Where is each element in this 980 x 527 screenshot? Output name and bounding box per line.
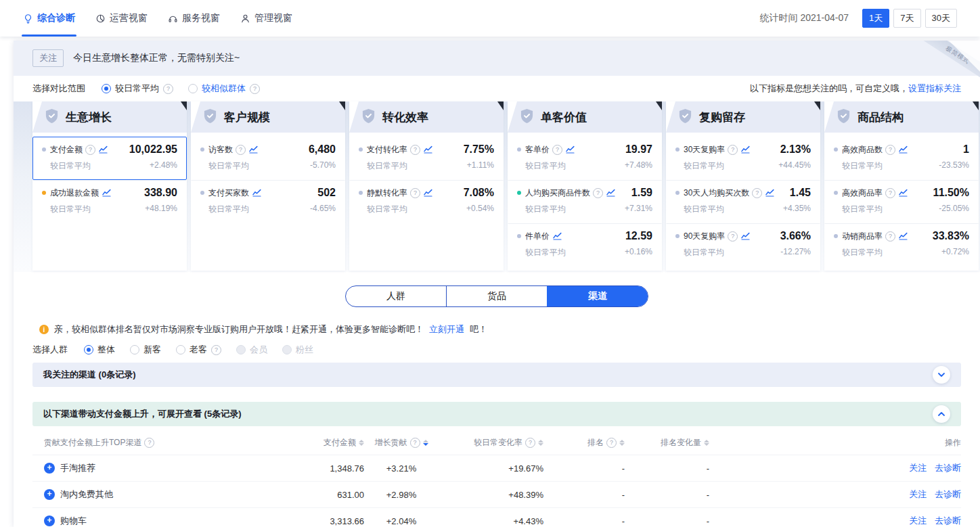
expand-plus-icon[interactable]: + bbox=[44, 515, 55, 526]
column-header-排名变化量[interactable]: 排名变化量 bbox=[625, 437, 709, 449]
help-icon[interactable]: ? bbox=[728, 231, 738, 242]
sort-icon[interactable] bbox=[619, 440, 625, 446]
metric-成功退款金额[interactable]: 成功退款金额 338.90 较日常平均 +48.19% bbox=[32, 180, 187, 223]
radio-icon[interactable] bbox=[84, 345, 93, 354]
action-link-关注[interactable]: 关注 bbox=[909, 462, 927, 474]
compare-option-较相似群体[interactable]: 较相似群体? bbox=[188, 83, 260, 95]
trend-chart-icon[interactable] bbox=[553, 232, 562, 240]
metric-高效商品率[interactable]: 高效商品率 ? 11.50% 较日常平均 -25.05% bbox=[824, 180, 979, 223]
expand-plus-icon[interactable]: + bbox=[44, 463, 55, 474]
metric-静默转化率[interactable]: 静默转化率 ? 7.08% 较日常平均 +0.54% bbox=[349, 180, 504, 223]
radio-icon[interactable] bbox=[188, 84, 198, 93]
tab-management-view[interactable]: 管理视窗 bbox=[240, 0, 292, 37]
trend-chart-icon[interactable] bbox=[102, 189, 111, 197]
tab-comprehensive-diagnosis[interactable]: 综合诊断 bbox=[23, 0, 75, 37]
trend-chart-icon[interactable] bbox=[741, 145, 750, 154]
action-link-关注[interactable]: 关注 bbox=[909, 488, 927, 501]
trend-chart-icon[interactable] bbox=[899, 145, 908, 154]
rising-channels-panel[interactable]: 以下渠道带动支付金额上升，可展开查看 (5条记录) bbox=[32, 402, 961, 426]
help-icon[interactable]: ? bbox=[885, 231, 895, 242]
help-icon[interactable]: ? bbox=[410, 438, 420, 448]
metric-件单价[interactable]: 件单价 12.59 较日常平均 +0.16% bbox=[508, 223, 662, 267]
metric-value: 2.13% bbox=[780, 143, 811, 156]
metric-动销商品率[interactable]: 动销商品率 ? 33.83% 较日常平均 +0.72% bbox=[824, 223, 979, 267]
action-link-去诊断[interactable]: 去诊断 bbox=[935, 488, 961, 501]
range-button-7天[interactable]: 7天 bbox=[893, 9, 920, 28]
sort-icon[interactable] bbox=[359, 440, 364, 446]
action-link-去诊断[interactable]: 去诊断 bbox=[935, 462, 961, 474]
metric-30天人均购买次数[interactable]: 30天人均购买次数 ? 1.45 较日常平均 +4.35% bbox=[666, 180, 820, 223]
trend-chart-icon[interactable] bbox=[899, 232, 908, 240]
trend-chart-icon[interactable] bbox=[899, 189, 908, 197]
metric-dot bbox=[200, 191, 204, 195]
help-icon[interactable]: ? bbox=[593, 188, 603, 198]
help-icon[interactable]: ? bbox=[144, 438, 154, 448]
radio-icon[interactable] bbox=[176, 345, 185, 354]
trend-chart-icon[interactable] bbox=[99, 145, 108, 154]
trend-chart-icon[interactable] bbox=[606, 189, 615, 197]
action-link-关注[interactable]: 关注 bbox=[909, 515, 927, 527]
help-icon[interactable]: ? bbox=[606, 438, 617, 448]
sort-icon[interactable] bbox=[538, 440, 543, 446]
set-metric-watch-link[interactable]: 设置指标关注 bbox=[908, 83, 961, 93]
metric-90天复购率[interactable]: 90天复购率 ? 3.66% 较日常平均 -12.27% bbox=[666, 223, 820, 267]
expand-plus-icon[interactable]: + bbox=[44, 489, 55, 500]
help-icon[interactable]: ? bbox=[885, 145, 895, 155]
help-icon[interactable]: ? bbox=[410, 188, 420, 198]
collapse-toggle-icon[interactable] bbox=[933, 405, 950, 423]
help-icon[interactable]: ? bbox=[410, 145, 420, 155]
trend-chart-icon[interactable] bbox=[249, 145, 258, 154]
metric-支付金额[interactable]: 支付金额 ? 10,022.95 较日常平均 +2.48% bbox=[32, 137, 187, 180]
expand-toggle-icon[interactable] bbox=[933, 366, 950, 384]
nav-tab-label: 管理视窗 bbox=[254, 12, 292, 24]
metric-高效商品数[interactable]: 高效商品数 ? 1 较日常平均 -23.53% bbox=[824, 137, 979, 180]
pay-amount-cell: 3,313.66 bbox=[296, 516, 364, 526]
crowd-option-整体[interactable]: 整体 bbox=[84, 344, 115, 356]
metric-dot bbox=[834, 147, 838, 152]
tab-service-view[interactable]: 服务视窗 bbox=[168, 0, 220, 37]
metric-支付转化率[interactable]: 支付转化率 ? 7.75% 较日常平均 +1.11% bbox=[349, 137, 504, 180]
metric-30天复购率[interactable]: 30天复购率 ? 2.13% 较日常平均 +44.45% bbox=[666, 137, 820, 180]
help-icon[interactable]: ? bbox=[885, 188, 895, 198]
trend-chart-icon[interactable] bbox=[741, 232, 750, 240]
range-button-1天[interactable]: 1天 bbox=[862, 9, 889, 28]
help-icon[interactable]: ? bbox=[163, 84, 173, 94]
trend-chart-icon[interactable] bbox=[765, 189, 774, 197]
column-header-增长贡献[interactable]: 增长贡献? bbox=[364, 437, 439, 449]
help-icon[interactable]: ? bbox=[250, 84, 260, 94]
help-icon[interactable]: ? bbox=[211, 345, 221, 355]
trend-chart-icon[interactable] bbox=[252, 189, 261, 197]
sort-icon[interactable] bbox=[423, 440, 428, 446]
metric-支付买家数[interactable]: 支付买家数 502 较日常平均 -4.65% bbox=[191, 180, 345, 223]
segment-tab-人群[interactable]: 人群 bbox=[346, 286, 446, 306]
compare-option-较日常平均[interactable]: 较日常平均? bbox=[102, 83, 173, 95]
trend-chart-icon[interactable] bbox=[566, 145, 575, 154]
help-icon[interactable]: ? bbox=[85, 145, 95, 155]
sort-icon[interactable] bbox=[704, 440, 709, 446]
radio-icon[interactable] bbox=[130, 345, 139, 354]
crowd-option-老客[interactable]: 老客? bbox=[176, 344, 221, 356]
column-header-支付金额[interactable]: 支付金额 bbox=[296, 437, 364, 449]
trend-chart-icon[interactable] bbox=[424, 145, 432, 154]
metric-访客数[interactable]: 访客数 ? 6,480 较日常平均 -5.70% bbox=[191, 137, 345, 180]
range-button-30天[interactable]: 30天 bbox=[925, 9, 957, 28]
rank-cell: - bbox=[543, 463, 625, 474]
segment-tab-货品[interactable]: 货品 bbox=[446, 286, 547, 306]
help-icon[interactable]: ? bbox=[752, 188, 762, 198]
column-header-较日常变化率[interactable]: 较日常变化率? bbox=[439, 437, 543, 449]
help-icon[interactable]: ? bbox=[525, 438, 535, 448]
metric-客单价[interactable]: 客单价 ? 19.97 较日常平均 +7.48% bbox=[508, 137, 662, 180]
segment-tab-渠道[interactable]: 渠道 bbox=[547, 286, 648, 306]
open-now-link[interactable]: 立刻开通 bbox=[429, 323, 464, 336]
column-header-排名[interactable]: 排名? bbox=[543, 437, 625, 449]
crowd-option-新客[interactable]: 新客 bbox=[130, 344, 161, 356]
help-icon[interactable]: ? bbox=[552, 145, 562, 155]
watched-channels-panel[interactable]: 我关注的渠道 (0条记录) bbox=[32, 363, 961, 387]
action-link-去诊断[interactable]: 去诊断 bbox=[935, 515, 961, 527]
help-icon[interactable]: ? bbox=[236, 145, 246, 155]
radio-icon[interactable] bbox=[102, 84, 111, 93]
metric-人均购买商品件数[interactable]: 人均购买商品件数 ? 1.59 较日常平均 +7.31% bbox=[508, 180, 662, 223]
tab-operations-view[interactable]: 运营视窗 bbox=[95, 0, 148, 37]
trend-chart-icon[interactable] bbox=[424, 189, 432, 197]
help-icon[interactable]: ? bbox=[728, 145, 738, 155]
